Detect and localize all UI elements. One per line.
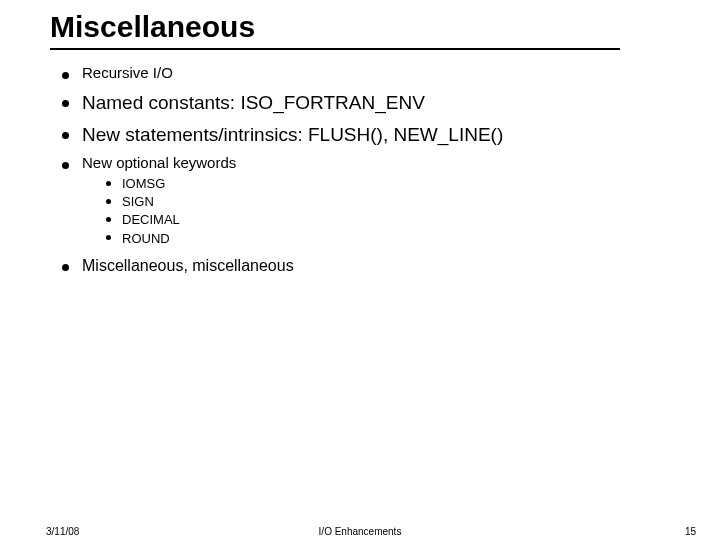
bullet-list: Recursive I/O Named constants: ISO_FORTR… bbox=[50, 64, 670, 276]
sub-bullet-item: ROUND bbox=[106, 230, 670, 248]
sub-bullet-list: IOMSG SIGN DECIMAL ROUND bbox=[82, 175, 670, 248]
title-underline bbox=[50, 48, 620, 50]
bullet-text: New optional keywords bbox=[82, 154, 236, 171]
sub-bullet-item: SIGN bbox=[106, 193, 670, 211]
slide: Miscellaneous Recursive I/O Named consta… bbox=[0, 0, 720, 540]
sub-bullet-item: IOMSG bbox=[106, 175, 670, 193]
bullet-item: Recursive I/O bbox=[62, 64, 670, 83]
footer-title: I/O Enhancements bbox=[0, 526, 720, 537]
bullet-item: Named constants: ISO_FORTRAN_ENV bbox=[62, 91, 670, 115]
bullet-item: Miscellaneous, miscellaneous bbox=[62, 256, 670, 276]
sub-bullet-item: DECIMAL bbox=[106, 211, 670, 229]
bullet-item: New statements/intrinsics: FLUSH(), NEW_… bbox=[62, 123, 670, 147]
slide-title: Miscellaneous bbox=[50, 10, 670, 44]
bullet-item: New optional keywords IOMSG SIGN DECIMAL… bbox=[62, 154, 670, 248]
page-number: 15 bbox=[685, 526, 696, 537]
